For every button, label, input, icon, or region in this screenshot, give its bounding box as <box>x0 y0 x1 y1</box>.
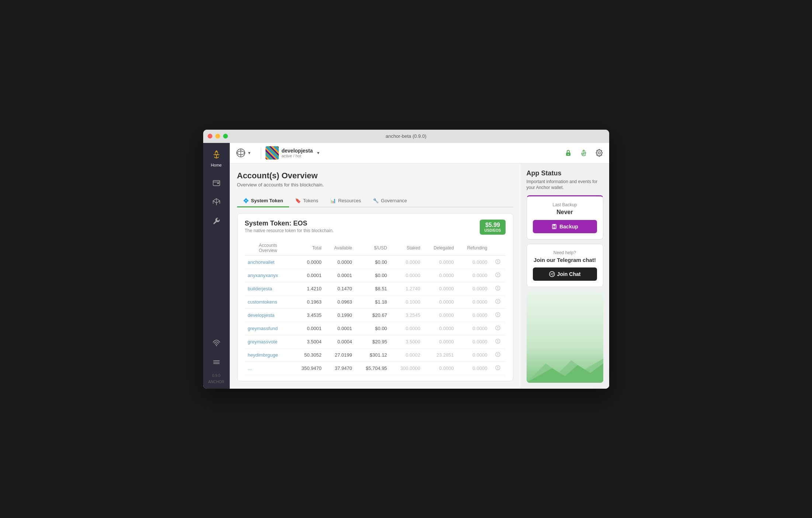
cell-available: 0.0001 <box>325 322 355 335</box>
account-link[interactable]: ... <box>245 362 291 375</box>
row-action-button[interactable] <box>490 309 505 322</box>
row-action-button[interactable] <box>490 322 505 335</box>
app-body: Home <box>203 143 609 389</box>
tab-tokens-label: Tokens <box>303 198 318 203</box>
sidebar-item-menu[interactable] <box>208 354 225 370</box>
row-action-button[interactable] <box>490 295 505 309</box>
avatar <box>266 146 279 160</box>
cell-available: 0.0004 <box>325 335 355 349</box>
table-row: anyxanyxanyx 0.0001 0.0001 $0.00 0.0000 … <box>245 269 506 282</box>
cell-staked: 0.0002 <box>390 349 423 362</box>
account-link[interactable]: anchorwallet <box>245 256 291 269</box>
lock-icon[interactable] <box>564 149 572 157</box>
cell-staked: 3.5000 <box>390 335 423 349</box>
page-subtitle: Overview of accounts for this blockchain… <box>237 182 513 188</box>
backup-label: Last Backup <box>533 202 597 207</box>
maximize-button[interactable] <box>223 134 228 139</box>
cell-refunding: 0.0000 <box>457 269 490 282</box>
svg-point-6 <box>216 345 217 346</box>
account-link[interactable]: anyxanyxanyx <box>245 269 291 282</box>
sidebar-item-governance[interactable] <box>208 194 225 210</box>
sidebar-item-home[interactable]: Home <box>209 147 224 167</box>
app-status-header: App Status Important information and eve… <box>527 169 603 191</box>
right-panel: App Status Important information and eve… <box>521 164 609 389</box>
cell-delegated: 0.0000 <box>423 309 457 322</box>
account-name: developjesta <box>282 148 313 154</box>
usb-icon[interactable] <box>580 149 588 157</box>
join-chat-button[interactable]: Join Chat <box>533 267 597 281</box>
cell-available: 0.0000 <box>325 256 355 269</box>
close-button[interactable] <box>208 134 212 139</box>
row-action-button[interactable] <box>490 282 505 295</box>
account-link[interactable]: customtokens <box>245 295 291 309</box>
col-header-delegated: Delegated <box>423 241 457 256</box>
cell-usd: $0.00 <box>355 322 390 335</box>
chain-selector[interactable]: ▾ <box>236 148 250 158</box>
tab-governance[interactable]: 🔧 Governance <box>367 195 413 207</box>
table-row: anchorwallet 0.0000 0.0000 $0.00 0.0000 … <box>245 256 506 269</box>
table-row: greymassfund 0.0001 0.0001 $0.00 0.0000 … <box>245 322 506 335</box>
cell-delegated: 0.0000 <box>423 282 457 295</box>
version-label: ANCHOR <box>208 379 224 384</box>
sidebar-item-network[interactable] <box>208 335 225 351</box>
backup-card: Last Backup Never Backup <box>527 195 603 239</box>
cell-refunding: 0.0000 <box>457 295 490 309</box>
cell-available: 0.0963 <box>325 295 355 309</box>
account-link[interactable]: greymassvote <box>245 335 291 349</box>
cell-refunding: 0.0000 <box>457 335 490 349</box>
cell-staked: 3.2545 <box>390 309 423 322</box>
settings-icon[interactable] <box>595 149 603 157</box>
cell-delegated: 0.0000 <box>423 322 457 335</box>
tokens-icon: 🔖 <box>295 198 301 203</box>
row-action-button[interactable] <box>490 362 505 375</box>
cell-total: 50.3052 <box>291 349 325 362</box>
cell-total: 1.4210 <box>291 282 325 295</box>
cell-refunding: 0.0000 <box>457 256 490 269</box>
account-link[interactable]: builderjesta <box>245 282 291 295</box>
governance-icon: 🔧 <box>373 198 379 203</box>
account-selector[interactable]: developjesta active / hot ▾ <box>266 146 320 160</box>
cell-delegated: 0.0000 <box>423 295 457 309</box>
cell-usd: $20.67 <box>355 309 390 322</box>
cell-refunding: 0.0000 <box>457 309 490 322</box>
cell-delegated: 0.0000 <box>423 335 457 349</box>
svg-point-13 <box>584 153 586 154</box>
account-link[interactable]: greymassfund <box>245 322 291 335</box>
sidebar-item-wallet[interactable] <box>208 175 225 191</box>
row-action-button[interactable] <box>490 256 505 269</box>
cell-available: 27.0199 <box>325 349 355 362</box>
minimize-button[interactable] <box>215 134 220 139</box>
row-action-button[interactable] <box>490 335 505 349</box>
account-link[interactable]: developjesta <box>245 309 291 322</box>
tab-tokens[interactable]: 🔖 Tokens <box>289 195 324 207</box>
token-title: System Token: EOS <box>245 220 334 227</box>
token-price-amount: $5.99 <box>484 222 501 228</box>
cell-total: 0.1963 <box>291 295 325 309</box>
col-header-total: Total <box>291 241 325 256</box>
row-action-button[interactable] <box>490 269 505 282</box>
chain-chevron-icon: ▾ <box>248 150 250 155</box>
row-action-button[interactable] <box>490 349 505 362</box>
tabs: 💠 System Token 🔖 Tokens 📊 Resources <box>237 195 513 207</box>
backup-button[interactable]: Backup <box>533 220 597 233</box>
cell-usd: $20.95 <box>355 335 390 349</box>
account-status: active / hot <box>282 154 313 158</box>
topbar-actions <box>564 149 603 157</box>
tab-system-token[interactable]: 💠 System Token <box>237 195 289 207</box>
account-chevron-icon: ▾ <box>317 150 319 155</box>
system-token-icon: 💠 <box>243 198 249 203</box>
app-status-title: App Status <box>527 169 603 177</box>
tab-resources-label: Resources <box>338 198 361 203</box>
sidebar-item-tools[interactable] <box>208 213 225 229</box>
content-area: ▾ developjesta active / hot ▾ <box>230 143 609 389</box>
token-price-label: USD/EOS <box>484 228 501 232</box>
account-link[interactable]: heydimbrguge <box>245 349 291 362</box>
cell-usd: $301.12 <box>355 349 390 362</box>
help-label: Need help? <box>533 250 597 255</box>
separator <box>261 147 261 159</box>
cell-total: 0.0001 <box>291 269 325 282</box>
cell-staked: 0.1000 <box>390 295 423 309</box>
sidebar: Home <box>203 143 230 389</box>
tab-resources[interactable]: 📊 Resources <box>324 195 367 207</box>
cell-refunding: 0.0000 <box>457 282 490 295</box>
